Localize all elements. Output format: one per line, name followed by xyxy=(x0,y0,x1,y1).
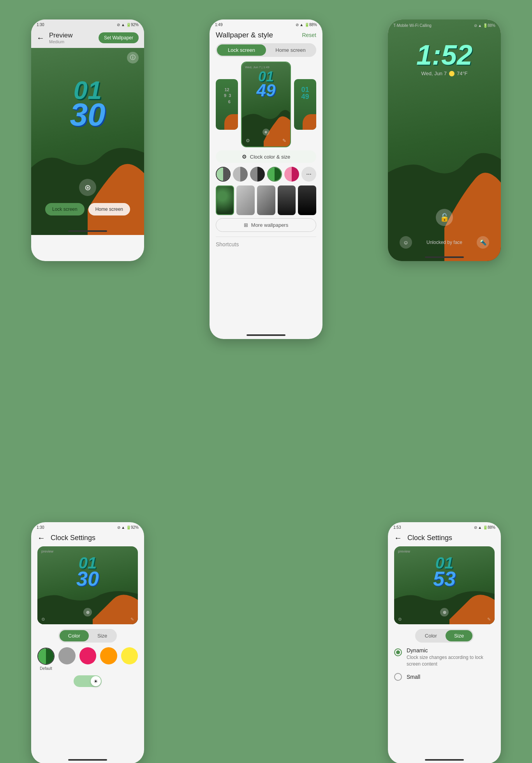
phone3-status-icons: ⊘ ▲ 🔋88% xyxy=(474,23,495,28)
phone4-swatch-orange[interactable] xyxy=(100,647,117,664)
wp-edit-icon[interactable]: ✎ xyxy=(282,138,286,143)
small-option[interactable]: Small xyxy=(394,673,495,681)
phone4-swatch-gray[interactable] xyxy=(58,647,76,664)
swatch-green-selected[interactable] xyxy=(267,167,282,182)
clock-color-size-row[interactable]: ⚙ Clock color & size xyxy=(216,150,316,163)
phone4-clock-settings: 1:30 ⊘ ▲ 🔋92% ← Clock Settings preview 0… xyxy=(31,522,144,763)
small-radio[interactable] xyxy=(394,673,402,681)
grid-icon: ⊞ xyxy=(244,222,248,228)
phone5-back-button[interactable]: ← xyxy=(394,533,402,542)
phone5-header: ← Clock Settings xyxy=(388,531,501,546)
phone5-cs-tabs: Color Size xyxy=(388,629,501,643)
phone4-swatch-yellow[interactable] xyxy=(121,647,138,664)
more-wallpapers-label: More wallpapers xyxy=(251,222,288,228)
swatch-gray[interactable] xyxy=(233,167,248,182)
nav-bar-4 xyxy=(68,759,107,761)
home-screen-button[interactable]: Home screen xyxy=(88,203,130,215)
phone2-reset-button[interactable]: Reset xyxy=(302,32,316,38)
phone2-wp-thumbs xyxy=(216,185,316,215)
phone4-toggle[interactable]: ☀ xyxy=(74,675,102,687)
phone1-preview: 1:30 ⊘ ▲ 🔋92% ← Preview Medium Set Wallp… xyxy=(31,19,144,261)
phone2-wallpaper-style: 1:49 ⊘ ▲ 🔋88% Wallpaper & style Reset Lo… xyxy=(210,19,322,339)
phone4-back-button[interactable]: ← xyxy=(37,533,45,542)
swatch-dark[interactable] xyxy=(250,167,265,182)
phone2-wrapper: 1:49 ⊘ ▲ 🔋88% Wallpaper & style Reset Lo… xyxy=(210,19,322,339)
phone3-status-bar: T-Mobile Wi-Fi Calling ⊘ ▲ 🔋88% xyxy=(388,19,501,32)
wp-thumb-selected[interactable] xyxy=(216,185,234,215)
dynamic-desc: Clock size changes according to lock scr… xyxy=(407,654,495,668)
phone4-edit-icon: ✎ xyxy=(130,617,134,622)
phone5-time: 1:53 xyxy=(393,525,401,530)
phone4-header: ← Clock Settings xyxy=(31,531,144,546)
default-label: Default xyxy=(40,666,52,671)
nav-bar-5 xyxy=(425,759,464,761)
phone1-status-icons: ⊘ ▲ 🔋92% xyxy=(117,23,139,27)
wp-preview-analog[interactable]: 12 9 3 6 xyxy=(216,79,238,130)
phone2-status-bar: 1:49 ⊘ ▲ 🔋88% xyxy=(210,19,322,28)
phone4-swatch-pink[interactable] xyxy=(79,647,97,664)
size-tab[interactable]: Size xyxy=(89,630,116,641)
wp-thumb-3[interactable] xyxy=(257,185,275,215)
wp-thumb-4[interactable] xyxy=(278,185,296,215)
phone1-wallpaper: 01 30 ⓘ ⊛ Lock screen Home screen xyxy=(31,48,144,235)
tab-home-screen[interactable]: Home screen xyxy=(266,44,315,56)
phone5-preview-label: preview xyxy=(398,549,410,553)
phone3-clock-display: 1:52 Wed, Jun 7 74°F xyxy=(388,41,501,76)
shortcuts-label: Shortcuts xyxy=(216,241,239,247)
wp-thumb-2[interactable] xyxy=(236,185,255,215)
phone4-preview-label: preview xyxy=(41,549,53,553)
unlock-icon[interactable]: 🔓 xyxy=(436,209,453,226)
phone4-color-options: Default xyxy=(37,647,138,671)
phone5-title: Clock Settings xyxy=(407,534,452,542)
phone1-subtitle: Medium xyxy=(49,39,72,44)
phone5-clock: 01 53 xyxy=(433,556,456,587)
phone3-date-row: Wed, Jun 7 74°F xyxy=(388,71,501,76)
wp-preview-numeric[interactable]: 0149 xyxy=(294,79,316,130)
dynamic-option[interactable]: Dynamic Clock size changes according to … xyxy=(394,647,495,668)
phone5-clock-bottom: 53 xyxy=(433,570,456,587)
fingerprint-icon[interactable]: ⊛ xyxy=(79,179,96,196)
phone4-time: 1:30 xyxy=(37,525,44,530)
phone4-swatch-default[interactable] xyxy=(37,648,55,665)
swatch-pink[interactable] xyxy=(284,167,299,182)
lock-screen-button[interactable]: Lock screen xyxy=(45,203,85,215)
analog-clock-display: 12 9 3 6 xyxy=(223,87,231,105)
info-icon[interactable]: ⓘ xyxy=(127,52,139,64)
phone5-color-tab[interactable]: Color xyxy=(416,630,446,641)
swatch-split[interactable] xyxy=(216,167,231,182)
phone4-wp-bg: preview 01 30 ⊛ ⚙ ✎ xyxy=(37,546,138,624)
phone5-preview: preview 01 53 ⊛ ⚙ ✎ xyxy=(394,546,495,624)
tab-lock-screen[interactable]: Lock screen xyxy=(217,44,266,56)
phone5-size-tab-active[interactable]: Size xyxy=(446,630,472,641)
wp-thumb-5[interactable] xyxy=(298,185,316,215)
phone3-right-icon[interactable]: 🔦 xyxy=(477,236,489,249)
small-orange-2 xyxy=(303,114,316,130)
wp-settings-icon[interactable]: ⚙ xyxy=(246,138,250,143)
phone5-clock-settings: 1:53 ⊘ ▲ 🔋88% ← Clock Settings preview 0… xyxy=(388,522,501,763)
phone1-title: Preview xyxy=(49,32,72,39)
phone5-status-icons: ⊘ ▲ 🔋88% xyxy=(474,525,495,530)
phone3-time: 1:52 xyxy=(388,41,501,69)
phone2-tabs: Lock screen Home screen xyxy=(216,43,316,57)
phone1-back-button[interactable]: ← xyxy=(37,34,44,42)
clock-setting-label: Clock color & size xyxy=(250,154,290,160)
phone4-swatch-default-wrapper: Default xyxy=(37,648,55,671)
weather-icon xyxy=(449,71,454,76)
phone5-status-bar: 1:53 ⊘ ▲ 🔋88% xyxy=(388,522,501,531)
more-swatches-button[interactable]: ··· xyxy=(301,167,316,182)
wp-preview-selected[interactable]: Wed, Jun 7 | 1:49 01 49 ⊛ ⚙ ✎ xyxy=(241,62,291,147)
wp-main-bg: Wed, Jun 7 | 1:49 01 49 ⊛ ⚙ ✎ xyxy=(242,62,290,147)
small-orange xyxy=(224,114,238,130)
set-wallpaper-button[interactable]: Set Wallpaper xyxy=(99,32,139,43)
phone3-left-icon[interactable]: ☺ xyxy=(400,236,412,249)
phone4-preview: preview 01 30 ⊛ ⚙ ✎ xyxy=(37,546,138,624)
dynamic-radio[interactable] xyxy=(394,648,402,656)
phone2-color-swatches: ··· xyxy=(216,167,316,182)
phone3-temp: 74°F xyxy=(457,71,468,76)
phone2-status-icons: ⊘ ▲ 🔋88% xyxy=(296,23,317,27)
phone1-bottom-actions: Lock screen Home screen xyxy=(31,203,144,215)
color-tab-active[interactable]: Color xyxy=(60,630,89,641)
small-label: Small xyxy=(407,674,420,680)
phone5-wp-bg: preview 01 53 ⊛ ⚙ ✎ xyxy=(394,546,495,624)
more-wallpapers-button[interactable]: ⊞ More wallpapers xyxy=(216,218,316,232)
